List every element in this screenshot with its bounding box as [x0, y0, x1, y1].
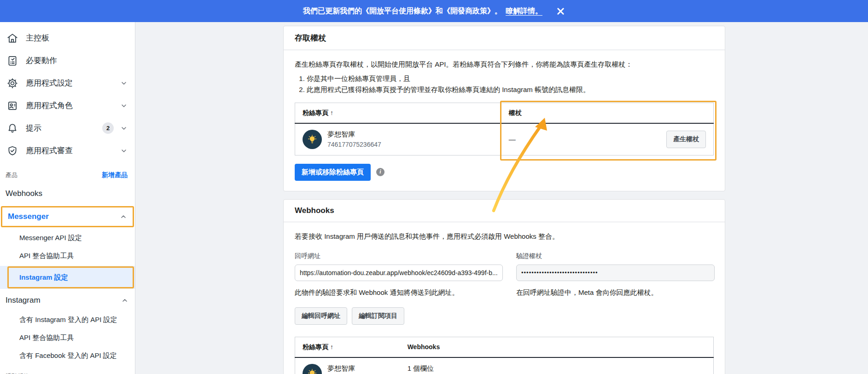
access-token-intro: 產生粉絲專頁存取權杖，以開始使用開放平台 API。若粉絲專頁符合下列條件，你將能…	[295, 59, 714, 69]
verify-token-field-group: 驗證權杖 在回呼網址驗證中，Meta 會向你回應此權杖。	[516, 251, 715, 297]
webhooks-card-title: Webhooks	[284, 200, 725, 222]
info-icon[interactable]: i	[376, 168, 384, 176]
chevron-down-icon	[120, 80, 128, 87]
products-section-header: 產品 新增產品	[0, 167, 135, 183]
sidebar-item-fb-login-api-settings[interactable]: 含有 Facebook 登入的 API 設定	[0, 347, 135, 365]
sidebar-item-ig-api-helper[interactable]: API 整合協助工具	[0, 329, 135, 347]
sidebar-item-messenger[interactable]: Messenger	[2, 207, 133, 226]
generate-token-button[interactable]: 產生權杖	[666, 131, 706, 148]
shield-check-icon	[6, 144, 19, 158]
callback-url-field-group: 回呼網址 此物件的驗證要求和 Webhook 通知將傳送到此網址。	[295, 251, 503, 297]
sidebar-item-ig-login-api-settings[interactable]: 含有 Instagram 登入的 API 設定	[0, 311, 135, 329]
product-label: Instagram	[6, 296, 41, 305]
activity-section-header: 活動紀錄	[0, 368, 135, 374]
access-token-card-title: 存取權杖	[284, 26, 725, 50]
token-placeholder: —	[509, 134, 516, 144]
tasks-icon	[6, 54, 19, 68]
sidebar-item-webhooks-product[interactable]: Webhooks	[0, 183, 135, 204]
condition-item: 此應用程式已獲得粉絲專頁授予的管理並存取你粉絲專頁連結的 Instagram 帳…	[307, 85, 714, 95]
column-label: Webhooks	[408, 343, 440, 351]
close-icon[interactable]	[556, 7, 565, 16]
column-header-page[interactable]: 粉絲專頁↑	[295, 103, 501, 123]
sort-ascending-icon: ↑	[330, 109, 333, 116]
main-content: 存取權杖 產生粉絲專頁存取權杖，以開始使用開放平台 API。若粉絲專頁符合下列條…	[135, 22, 868, 374]
column-header-token: 權杖	[501, 103, 714, 123]
active-item-label: Instagram 設定	[0, 269, 75, 287]
chevron-up-icon	[121, 297, 128, 304]
sidebar-item-label: 提示	[26, 123, 102, 133]
access-token-card: 存取權杖 產生粉絲專頁存取權杖，以開始使用開放平台 API。若粉絲專頁符合下列條…	[283, 26, 725, 191]
page-cell: 夢想智庫 746177075236647	[303, 363, 393, 374]
alerts-count-badge: 2	[102, 122, 114, 134]
table-row: 夢想智庫 746177075236647 — 產生權杖	[295, 123, 714, 155]
sidebar-item-required-actions[interactable]: 必要動作	[0, 49, 135, 72]
column-header-page[interactable]: 粉絲專頁↑	[295, 337, 400, 357]
sidebar-item-label: 應用程式設定	[26, 78, 120, 88]
chevron-up-icon	[120, 213, 127, 220]
sidebar-item-label: 主控板	[26, 33, 128, 43]
verify-token-label: 驗證權杖	[516, 251, 715, 260]
sidebar: 主控板 必要動作 應用程式設定 應用程式角色	[0, 22, 135, 374]
chevron-down-icon	[120, 125, 128, 132]
verify-token-input[interactable]	[516, 265, 715, 281]
bell-icon	[6, 121, 19, 135]
activity-label: 活動紀錄	[6, 372, 29, 374]
add-remove-pages-button[interactable]: 新增或移除粉絲專頁	[295, 164, 371, 181]
webhook-fields-count: 1 個欄位	[408, 363, 706, 374]
sidebar-item-app-roles[interactable]: 應用程式角色	[0, 94, 135, 117]
condition-item: 你是其中一位粉絲專頁管理員，且	[307, 74, 714, 84]
pages-webhooks-table: 粉絲專頁↑ Webhooks	[295, 337, 714, 374]
webhooks-intro: 若要接收 Instagram 用戶傳送的訊息和其他事件，應用程式必須啟用 Web…	[295, 231, 714, 242]
banner-message: 我們已更新我們的《開放平台使用條款》和《開發商政策》。	[303, 6, 502, 16]
sidebar-item-label: 必要動作	[26, 55, 128, 66]
product-label: Webhooks	[6, 189, 42, 198]
roles-icon	[6, 99, 19, 113]
column-label: 粉絲專頁	[303, 343, 328, 351]
page-avatar	[303, 130, 322, 149]
announcement-banner: 我們已更新我們的《開放平台使用條款》和《開發商政策》。 瞭解詳情。	[0, 0, 868, 22]
sort-ascending-icon: ↑	[330, 343, 333, 351]
callback-url-label: 回呼網址	[295, 251, 503, 260]
sidebar-item-label: 應用程式審查	[26, 145, 120, 156]
column-label: 權杖	[509, 109, 522, 116]
webhooks-card: Webhooks 若要接收 Instagram 用戶傳送的訊息和其他事件，應用程…	[283, 199, 725, 374]
sidebar-item-dashboard[interactable]: 主控板	[0, 27, 135, 49]
column-header-webhooks: Webhooks	[400, 337, 714, 357]
verify-token-helper: 在回呼網址驗證中，Meta 會向你回應此權杖。	[516, 288, 715, 298]
table-row: 夢想智庫 746177075236647 1 個欄位 messages	[295, 357, 714, 374]
access-token-conditions: 你是其中一位粉絲專頁管理員，且 此應用程式已獲得粉絲專頁授予的管理並存取你粉絲專…	[295, 74, 714, 95]
sidebar-item-app-review[interactable]: 應用程式審查	[0, 139, 135, 162]
chevron-down-icon	[120, 102, 128, 109]
callback-url-input[interactable]	[295, 265, 503, 281]
home-icon	[6, 31, 19, 45]
pages-token-table: 粉絲專頁↑ 權杖	[295, 103, 714, 155]
edit-callback-url-button[interactable]: 編輯回呼網址	[295, 307, 347, 325]
sidebar-item-messenger-api-settings[interactable]: Messenger API 設定	[0, 229, 135, 247]
edit-subscriptions-button[interactable]: 編輯訂閱項目	[352, 307, 404, 325]
sidebar-item-messenger-api-helper[interactable]: API 整合協助工具	[0, 247, 135, 265]
pages-webhooks-table-wrap: 粉絲專頁↑ Webhooks	[295, 337, 714, 374]
page-name: 夢想智庫	[327, 129, 381, 139]
highlight-box-messenger: Messenger	[1, 206, 134, 227]
page-cell: 夢想智庫 746177075236647	[303, 129, 494, 150]
sidebar-item-instagram-settings-active[interactable]: Instagram 設定	[0, 266, 135, 289]
sidebar-item-label: 應用程式角色	[26, 100, 120, 111]
page-id: 746177075236647	[327, 140, 381, 149]
sidebar-item-app-settings[interactable]: 應用程式設定	[0, 72, 135, 94]
callback-url-helper: 此物件的驗證要求和 Webhook 通知將傳送到此網址。	[295, 288, 503, 298]
page-name: 夢想智庫	[327, 363, 381, 374]
products-label: 產品	[6, 171, 17, 179]
column-label: 粉絲專頁	[303, 109, 328, 116]
banner-learn-more-link[interactable]: 瞭解詳情。	[506, 6, 542, 16]
chevron-down-icon	[120, 147, 128, 155]
add-product-link[interactable]: 新增產品	[102, 171, 128, 179]
sidebar-item-instagram-product[interactable]: Instagram	[0, 290, 135, 311]
page-avatar	[303, 364, 322, 374]
gear-icon	[6, 76, 19, 90]
product-label: Messenger	[8, 212, 49, 221]
pages-token-table-wrap: 粉絲專頁↑ 權杖	[295, 103, 714, 155]
sidebar-item-alerts[interactable]: 提示 2	[0, 117, 135, 139]
